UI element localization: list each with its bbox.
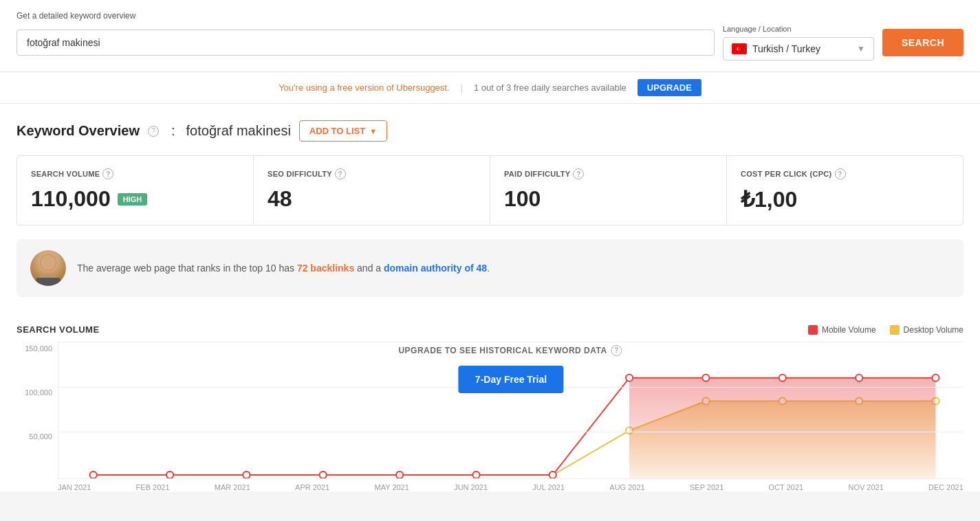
y-axis: 150,000 100,000 50,000 [17, 342, 58, 479]
keyword-display: fotoğraf makinesi [186, 123, 291, 139]
high-badge: HIGH [118, 193, 148, 206]
svg-rect-3 [36, 278, 61, 286]
banner-text-mid: and a [354, 263, 384, 274]
upgrade-bar: You're using a free version of Ubersugge… [0, 72, 980, 104]
mobile-dot-jul [549, 472, 556, 478]
mobile-dot-oct [779, 375, 786, 381]
seo-difficulty-value: 48 [268, 186, 476, 212]
avatar [30, 250, 66, 286]
x-label-jan: JAN 2021 [58, 483, 91, 491]
chart-inner: 150,000 100,000 50,000 [17, 342, 963, 479]
mobile-area [629, 378, 935, 478]
x-label-dec: DEC 2021 [928, 483, 963, 491]
grid-line-mid2 [58, 432, 963, 432]
seo-difficulty-card: SEO DIFFICULTY ? 48 [254, 156, 490, 225]
search-row: Language / Location 🇹🇷 Turkish / Turkey … [17, 25, 963, 60]
mobile-volume-label: Mobile Volume [822, 325, 876, 335]
cpc-value: ₺1,00 [741, 186, 949, 212]
keyword-overview-row: Keyword Overview ? : fotoğraf makinesi A… [17, 120, 963, 142]
searches-available-text: 1 out of 3 free daily searches available [474, 82, 627, 93]
banner-backlinks: 72 backlinks [297, 263, 354, 274]
mobile-volume-legend: Mobile Volume [808, 325, 876, 335]
cpc-label: COST PER CLICK (CPC) ? [741, 168, 949, 179]
search-volume-card: SEARCH VOLUME ? 110,000 HIGH [17, 156, 254, 225]
free-version-text: You're using a free version of Ubersugge… [279, 82, 449, 93]
upgrade-overlay: UPGRADE TO SEE HISTORICAL KEYWORD DATA ?… [398, 345, 623, 393]
x-label-oct: OCT 2021 [769, 483, 804, 491]
add-to-list-chevron-icon: ▼ [369, 127, 377, 135]
search-button[interactable]: SEARCH [882, 29, 963, 56]
x-label-may: MAY 2021 [375, 483, 409, 491]
search-volume-label: SEARCH VOLUME ? [31, 168, 239, 179]
mobile-dot-jan [90, 472, 97, 478]
y-label-150k: 150,000 [17, 344, 52, 353]
mobile-dot-sep [702, 375, 709, 381]
language-selector[interactable]: 🇹🇷 Turkish / Turkey ▼ [723, 37, 874, 60]
y-label-50k: 50,000 [17, 432, 52, 441]
turkey-flag-icon: 🇹🇷 [732, 43, 747, 54]
svg-point-2 [41, 255, 56, 270]
chart-container: 150,000 100,000 50,000 [17, 342, 963, 491]
add-to-list-label: ADD TO LIST [309, 126, 365, 136]
x-label-sep: SEP 2021 [690, 483, 723, 491]
mobile-dot-mar [243, 472, 250, 478]
paid-difficulty-card: PAID DIFFICULTY ? 100 [490, 156, 727, 225]
chart-header: SEARCH VOLUME Mobile Volume Desktop Volu… [17, 324, 963, 335]
language-value: Turkish / Turkey [752, 43, 851, 54]
cpc-card: COST PER CLICK (CPC) ? ₺1,00 [727, 156, 963, 225]
banner-text-end: . [487, 263, 490, 274]
avatar-image [30, 250, 66, 286]
x-label-apr: APR 2021 [295, 483, 329, 491]
upgrade-overlay-text: UPGRADE TO SEE HISTORICAL KEYWORD DATA ? [398, 345, 623, 356]
info-icon[interactable]: ? [148, 126, 159, 137]
mobile-dot-nov [856, 375, 862, 381]
colon-separator: : [171, 123, 175, 139]
avatar-svg [30, 250, 66, 286]
chart-section: SEARCH VOLUME Mobile Volume Desktop Volu… [17, 311, 963, 491]
search-volume-value: 110,000 HIGH [31, 186, 239, 212]
x-label-mar: MAR 2021 [215, 483, 250, 491]
paid-difficulty-label: PAID DIFFICULTY ? [504, 168, 712, 179]
upgrade-button[interactable]: UPGRADE [638, 79, 701, 96]
seo-difficulty-info-icon[interactable]: ? [335, 168, 346, 179]
language-chevron-icon: ▼ [857, 44, 865, 54]
paid-difficulty-value: 100 [504, 186, 712, 212]
x-axis: JAN 2021 FEB 2021 MAR 2021 APR 2021 MAY … [17, 479, 963, 491]
x-label-aug: AUG 2021 [609, 483, 644, 491]
seo-difficulty-label: SEO DIFFICULTY ? [268, 168, 476, 179]
mobile-dot-jun [472, 472, 479, 478]
divider: | [461, 82, 463, 93]
grid-line-top [58, 342, 963, 342]
mobile-dot-aug [626, 375, 633, 381]
x-label-feb: FEB 2021 [136, 483, 170, 491]
mobile-dot-may [396, 472, 403, 478]
info-banner: The average web page that ranks in the t… [17, 239, 963, 297]
cpc-info-icon[interactable]: ? [835, 168, 846, 179]
paid-difficulty-info-icon[interactable]: ? [573, 168, 584, 179]
keyword-search-input[interactable] [27, 37, 704, 48]
mobile-dot-feb [166, 472, 173, 478]
desktop-volume-color-icon [890, 325, 900, 335]
chart-legend: Mobile Volume Desktop Volume [808, 325, 963, 335]
search-volume-info-icon[interactable]: ? [102, 168, 113, 179]
keyword-search-input-wrap[interactable] [17, 30, 715, 56]
banner-text: The average web page that ranks in the t… [77, 261, 490, 276]
search-bar-label: Get a detailed keyword overview [17, 11, 963, 21]
metrics-row: SEARCH VOLUME ? 110,000 HIGH SEO DIFFICU… [17, 155, 963, 225]
language-location-label: Language / Location [723, 25, 874, 33]
desktop-volume-label: Desktop Volume [904, 325, 963, 335]
chart-title: SEARCH VOLUME [17, 324, 100, 335]
trial-button[interactable]: 7-Day Free Trial [459, 366, 563, 393]
upgrade-info-icon[interactable]: ? [611, 345, 622, 356]
page-title: Keyword Overview [17, 123, 140, 139]
x-label-jun: JUN 2021 [454, 483, 488, 491]
y-label-100k: 100,000 [17, 388, 52, 397]
main-content: Keyword Overview ? : fotoğraf makinesi A… [0, 104, 980, 491]
desktop-volume-legend: Desktop Volume [890, 325, 963, 335]
add-to-list-button[interactable]: ADD TO LIST ▼ [299, 120, 387, 142]
mobile-dot-dec [932, 375, 939, 381]
chart-plot-area: UPGRADE TO SEE HISTORICAL KEYWORD DATA ?… [58, 342, 963, 479]
top-search-bar: Get a detailed keyword overview Language… [0, 0, 980, 72]
mobile-volume-color-icon [808, 325, 818, 335]
banner-domain-authority: domain authority of 48 [384, 263, 487, 274]
